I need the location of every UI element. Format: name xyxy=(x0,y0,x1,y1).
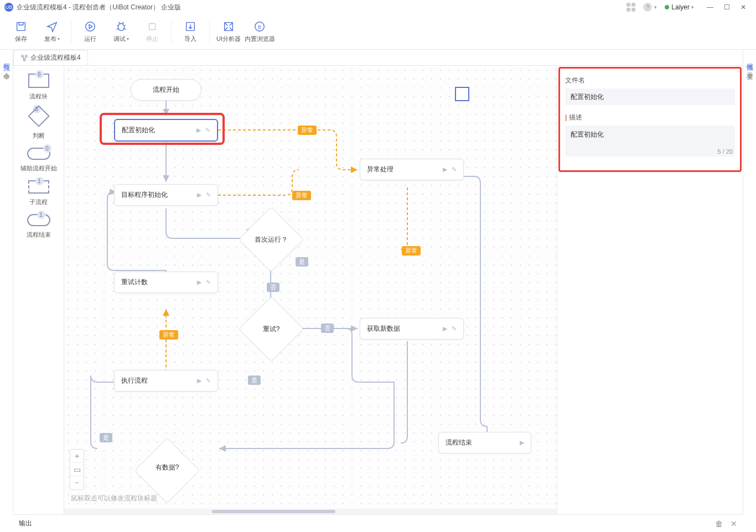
import-button[interactable]: 导入 xyxy=(175,17,206,47)
titlebar: UB 企业级流程模板4 - 流程创造者（UiBot Creator） 企业版 ?… xyxy=(0,0,756,14)
save-icon xyxy=(15,20,27,33)
edge-label-yes: 是 xyxy=(248,375,261,385)
edit-icon[interactable]: ✎ xyxy=(206,377,211,384)
edge-label-yes: 是 xyxy=(296,257,308,267)
user-menu[interactable]: Laiyer ▾ xyxy=(665,3,694,11)
chevron-down-icon: ▾ xyxy=(654,4,657,10)
palette-aux-start[interactable]: 0 辅助流程开始 xyxy=(20,148,57,173)
svg-point-1 xyxy=(86,22,95,32)
apps-grid-icon[interactable] xyxy=(626,3,635,12)
document-tabs: 企业级流程模板4 xyxy=(13,50,88,65)
canvas-anchor[interactable] xyxy=(455,87,469,101)
rail-tab-command[interactable]: 命令 xyxy=(1,63,12,72)
edge-label-exception: 异常 xyxy=(298,126,317,135)
run-icon xyxy=(84,20,96,33)
publish-button[interactable]: 发布▾ xyxy=(37,17,68,47)
svg-point-2 xyxy=(118,24,125,31)
publish-icon xyxy=(46,20,58,33)
palette-end[interactable]: 1 流程结束 xyxy=(27,214,51,239)
edit-icon[interactable]: ✎ xyxy=(452,166,457,173)
canvas[interactable]: 流程开始 配置初始化▶✎ 目标程序初始化▶✎ 首次运行？ 重试计数▶✎ 重试? … xyxy=(64,66,557,514)
edge-label-exception: 异常 xyxy=(159,330,178,340)
toolbar: 保存 发布▾ 运行 调试▾ 停止 导入 UI分析器 B 内置浏览器 xyxy=(0,14,756,50)
rail-tab-variables[interactable]: 变量 xyxy=(744,63,755,72)
window-title: 企业级流程模板4 - 流程创造者（UiBot Creator） 企业版 xyxy=(17,3,181,12)
edge-label-exception: 异常 xyxy=(292,191,311,200)
node-retry-count[interactable]: 重试计数▶✎ xyxy=(114,272,218,293)
diamond-icon xyxy=(28,105,50,127)
play-icon[interactable]: ▶ xyxy=(520,439,524,446)
minimize-button[interactable]: — xyxy=(702,1,718,13)
node-exec-flow[interactable]: 执行流程▶✎ xyxy=(114,370,218,392)
node-target-init[interactable]: 目标程序初始化▶✎ xyxy=(114,184,218,206)
palette-subflow[interactable]: 1 子流程 xyxy=(28,180,49,206)
stop-icon xyxy=(146,20,158,33)
help-icon[interactable]: ? xyxy=(643,3,652,12)
debug-button[interactable]: 调试▾ xyxy=(106,17,137,47)
trash-icon[interactable]: 🗑 xyxy=(715,519,723,528)
zoom-controls: ＋ ▭ － xyxy=(70,449,84,490)
zoom-out-button[interactable]: － xyxy=(70,476,84,489)
char-count: 5 / 20 xyxy=(565,148,735,155)
flow-icon xyxy=(20,54,28,62)
node-flow-end[interactable]: 流程结束▶ xyxy=(438,432,531,453)
close-button[interactable]: ✕ xyxy=(735,1,752,13)
import-icon xyxy=(184,20,196,33)
canvas-hint: 鼠标双击可以修改流程块标题 xyxy=(71,494,157,503)
debug-icon xyxy=(115,20,127,33)
chevron-down-icon: ▾ xyxy=(691,4,694,10)
filename-label: 文件名 xyxy=(565,76,735,85)
output-bar: 输出 🗑 ✕ xyxy=(13,514,743,532)
builtin-browser-button[interactable]: B 内置浏览器 xyxy=(244,17,275,47)
svg-rect-0 xyxy=(17,23,25,31)
edge-label-no: 否 xyxy=(267,283,279,292)
play-icon[interactable]: ▶ xyxy=(443,166,447,173)
property-panel: 文件名 描述 5 / 20 xyxy=(557,66,743,514)
edge-label-exception: 异常 xyxy=(402,246,421,255)
stop-button: 停止 xyxy=(137,17,168,47)
play-icon[interactable]: ▶ xyxy=(197,377,201,384)
svg-rect-3 xyxy=(149,24,156,30)
status-dot-icon xyxy=(665,5,669,9)
app-logo-icon: UB xyxy=(4,3,13,12)
node-config-init[interactable]: 配置初始化▶✎ xyxy=(114,119,218,142)
workspace: 6 流程块 3 判断 0 辅助流程开始 1 子流程 1 流程结束 xyxy=(13,65,743,514)
edit-icon[interactable]: ✎ xyxy=(452,325,457,332)
analyzer-icon xyxy=(222,20,235,33)
save-button[interactable]: 保存 xyxy=(6,17,37,47)
palette-decision[interactable]: 3 判断 xyxy=(31,108,46,140)
play-icon[interactable]: ▶ xyxy=(443,325,447,332)
play-icon[interactable]: ▶ xyxy=(196,127,201,134)
node-get-data[interactable]: 获取新数据▶✎ xyxy=(360,318,464,340)
palette-flowblock[interactable]: 6 流程块 xyxy=(28,74,49,101)
horizontal-scrollbar[interactable] xyxy=(64,509,557,514)
browser-icon: B xyxy=(253,20,266,33)
zoom-reset-button[interactable]: ▭ xyxy=(70,463,84,476)
rail-tab-flow[interactable]: 流程 xyxy=(1,54,12,63)
edit-icon[interactable]: ✎ xyxy=(206,279,211,286)
close-icon[interactable]: ✕ xyxy=(731,519,737,528)
description-label: 描述 xyxy=(565,113,735,122)
filename-input[interactable] xyxy=(565,88,735,105)
output-label[interactable]: 输出 xyxy=(19,519,32,528)
edge-label-no: 否 xyxy=(321,324,334,333)
rail-tab-properties[interactable]: 属性 xyxy=(744,54,755,63)
ui-analyzer-button[interactable]: UI分析器 xyxy=(213,17,244,47)
maximize-button[interactable]: ☐ xyxy=(718,1,735,13)
svg-text:B: B xyxy=(258,25,261,30)
user-name: Laiyer xyxy=(671,3,690,11)
document-tab[interactable]: 企业级流程模板4 xyxy=(13,50,88,65)
play-icon[interactable]: ▶ xyxy=(197,279,201,286)
run-button[interactable]: 运行 xyxy=(75,17,106,47)
play-icon[interactable]: ▶ xyxy=(197,191,201,199)
node-exception[interactable]: 异常处理▶✎ xyxy=(360,159,464,180)
edge-label-yes: 是 xyxy=(100,433,112,442)
node-start[interactable]: 流程开始 xyxy=(131,79,201,101)
right-rail: 属性 变量 xyxy=(743,50,756,514)
zoom-in-button[interactable]: ＋ xyxy=(70,450,84,463)
edit-icon[interactable]: ✎ xyxy=(205,127,210,134)
edit-icon[interactable]: ✎ xyxy=(206,191,211,199)
palette: 6 流程块 3 判断 0 辅助流程开始 1 子流程 1 流程结束 xyxy=(13,66,64,514)
left-rail: 流程 命令 xyxy=(0,50,13,514)
